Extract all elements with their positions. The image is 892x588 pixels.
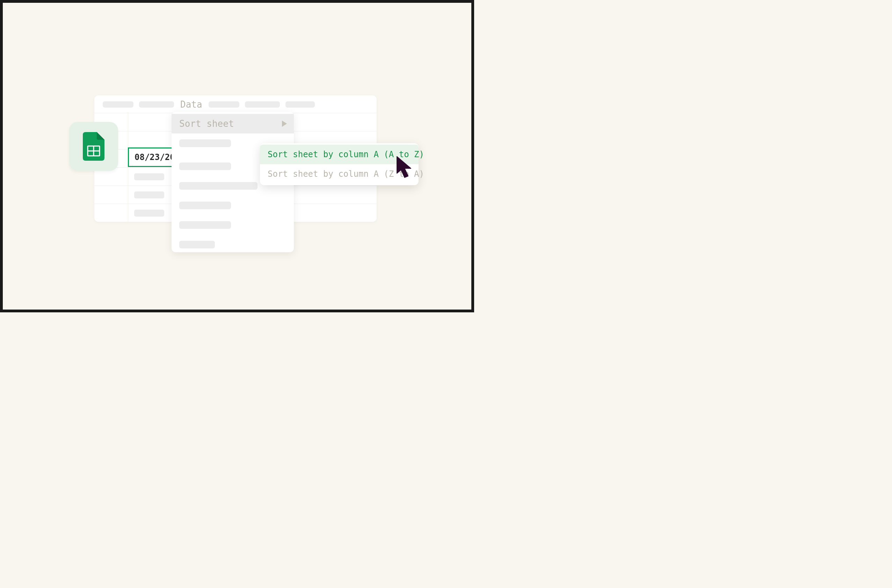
cell-placeholder bbox=[134, 192, 164, 198]
submenu-item-sort-az[interactable]: Sort sheet by column A (A to Z) bbox=[260, 145, 418, 164]
menu-placeholder bbox=[139, 101, 174, 108]
column-divider bbox=[128, 112, 128, 222]
menu-placeholder bbox=[103, 101, 133, 108]
menu-item-sort-sheet[interactable]: Sort sheet bbox=[172, 114, 294, 134]
cell-placeholder bbox=[134, 210, 164, 217]
menu-placeholder bbox=[179, 202, 231, 209]
menu-item-placeholder[interactable] bbox=[172, 196, 294, 215]
menu-bar: Data bbox=[94, 95, 377, 112]
submenu-arrow-icon bbox=[282, 120, 287, 127]
menu-item-placeholder[interactable] bbox=[172, 215, 294, 235]
sort-sheet-submenu: Sort sheet by column A (A to Z) Sort she… bbox=[260, 143, 418, 185]
menu-placeholder bbox=[208, 101, 239, 108]
menu-item-placeholder[interactable] bbox=[172, 235, 294, 254]
google-sheets-icon bbox=[83, 132, 105, 161]
menu-item-label: Sort sheet bbox=[179, 118, 234, 129]
active-cell[interactable]: 08/23/20 bbox=[128, 147, 172, 167]
cell-placeholder bbox=[134, 173, 164, 180]
menu-placeholder bbox=[179, 241, 215, 248]
menu-placeholder bbox=[245, 101, 280, 108]
google-sheets-badge bbox=[69, 122, 118, 171]
menu-placeholder bbox=[285, 101, 315, 108]
submenu-item-sort-za[interactable]: Sort sheet by column A (Z to A) bbox=[260, 164, 418, 184]
menu-placeholder bbox=[179, 182, 258, 190]
menu-placeholder bbox=[179, 140, 231, 147]
menu-placeholder bbox=[179, 162, 231, 170]
menu-placeholder bbox=[179, 221, 231, 229]
menu-data[interactable]: Data bbox=[180, 99, 203, 110]
